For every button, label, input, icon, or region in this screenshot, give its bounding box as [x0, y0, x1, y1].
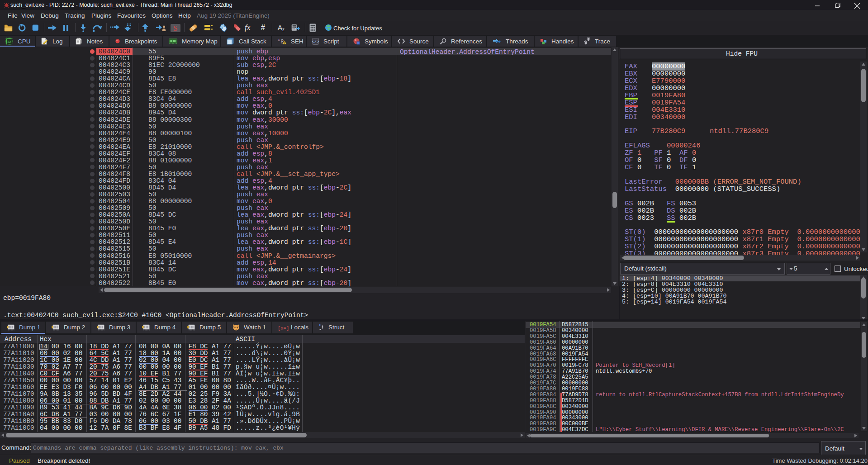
svg-text:S: S: [174, 24, 178, 32]
svg-text:!: !: [284, 41, 285, 44]
svg-text:32: 32: [8, 40, 11, 43]
svg-text:[x=]: [x=]: [278, 326, 289, 331]
svg-text:</>: </>: [312, 40, 319, 44]
